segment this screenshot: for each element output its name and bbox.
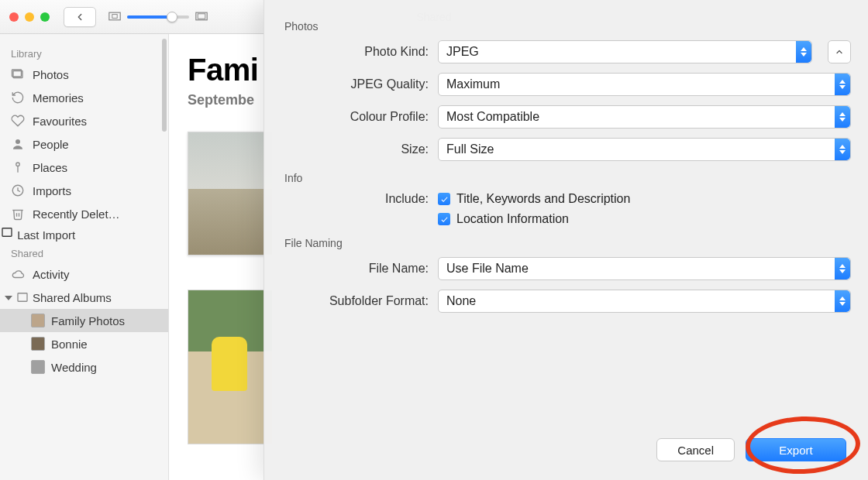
sidebar-item-label: Last Import [17, 228, 75, 242]
sidebar-item-label: Activity [33, 268, 70, 281]
sidebar-item-label: Family Photos [51, 314, 125, 327]
checkbox-title-keywords[interactable]: Title, Keywords and Description [438, 192, 630, 206]
clock-history-icon [11, 91, 25, 105]
trash-icon [11, 207, 25, 221]
group-title-photos: Photos [284, 20, 851, 33]
checkbox-location[interactable]: Location Information [438, 212, 630, 226]
cloud-icon [11, 267, 25, 281]
checkbox-label: Location Information [456, 212, 569, 226]
svg-point-6 [16, 139, 20, 144]
album-thumbnail-icon [31, 314, 45, 327]
sidebar-item-label: Memories [33, 91, 84, 105]
select-value: Maximum [446, 77, 500, 91]
svg-rect-3 [198, 13, 205, 18]
person-icon [11, 137, 25, 151]
fullscreen-window-icon[interactable] [40, 12, 50, 22]
select-value: Most Compatible [446, 110, 539, 124]
photos-stack-icon [11, 67, 25, 81]
sidebar-item-label: Shared Albums [33, 291, 112, 304]
sidebar-item-label: Wedding [51, 361, 97, 374]
sidebar-item-wedding[interactable]: Wedding [0, 355, 168, 379]
sidebar-item-memories[interactable]: Memories [0, 86, 168, 109]
stepper-arrows-icon[interactable] [835, 258, 850, 279]
sidebar-item-label: Favourites [33, 115, 87, 128]
album-thumbnail-icon [31, 337, 45, 351]
sidebar-item-places[interactable]: Places [0, 156, 168, 179]
label-include: Include: [281, 192, 429, 206]
photo-thumbnail[interactable] [188, 290, 273, 444]
checkbox-checked-icon [438, 193, 450, 205]
back-button[interactable] [64, 7, 96, 27]
sidebar-item-bonnie[interactable]: Bonnie [0, 332, 168, 355]
checkbox-label: Title, Keywords and Description [456, 192, 630, 206]
svg-rect-11 [18, 293, 27, 302]
album-rect-icon [16, 290, 29, 304]
export-sheet: Photos Photo Kind: JPEG JPEG Quality: Ma… [264, 0, 868, 480]
sidebar-item-last-import[interactable]: Last Import [0, 225, 168, 242]
sidebar-item-photos[interactable]: Photos [0, 63, 168, 86]
select-value: None [446, 294, 476, 308]
svg-rect-1 [112, 14, 117, 18]
group-title-file-naming: File Naming [284, 237, 851, 249]
svg-point-7 [16, 163, 20, 166]
sidebar-section-shared: Shared [0, 242, 168, 262]
sidebar-item-imports[interactable]: Imports [0, 179, 168, 202]
collapse-section-button[interactable] [828, 40, 851, 63]
select-value: Use File Name [446, 262, 529, 276]
sidebar-item-people[interactable]: People [0, 132, 168, 156]
heart-icon [11, 114, 25, 128]
label-colour-profile: Colour Profile: [281, 110, 429, 124]
zoom-slider[interactable] [127, 15, 189, 19]
label-jpeg-quality: JPEG Quality: [281, 77, 429, 91]
sidebar-item-label: People [33, 138, 69, 151]
clock-icon [11, 183, 25, 197]
select-value: JPEG [446, 45, 479, 59]
sidebar-item-activity[interactable]: Activity [0, 262, 168, 286]
label-subfolder-format: Subfolder Format: [281, 294, 429, 308]
stepper-arrows-icon[interactable] [835, 106, 850, 128]
sidebar: Library Photos Memories Favourites Peopl… [0, 34, 169, 480]
minimize-window-icon[interactable] [25, 12, 34, 22]
thumbnail-zoom-control [108, 10, 208, 24]
window-controls [9, 12, 50, 22]
select-jpeg-quality[interactable]: Maximum [438, 73, 851, 96]
label-size: Size: [281, 142, 429, 156]
checkbox-checked-icon [438, 213, 450, 225]
photos-app-window: Shared Library Photos Memories Favourite… [0, 0, 868, 480]
slider-knob[interactable] [167, 12, 177, 22]
sidebar-item-label: Bonnie [51, 338, 88, 351]
photo-thumbnail[interactable] [188, 132, 273, 255]
scrollbar[interactable] [162, 39, 167, 132]
export-button[interactable]: Export [746, 438, 846, 461]
sheet-footer: Cancel Export [281, 423, 851, 472]
select-subfolder-format[interactable]: None [438, 290, 851, 313]
label-photo-kind: Photo Kind: [281, 45, 429, 59]
stepper-arrows-icon[interactable] [835, 74, 850, 95]
svg-rect-10 [2, 228, 12, 237]
chevron-left-icon [74, 12, 85, 22]
close-window-icon[interactable] [9, 12, 19, 22]
sidebar-section-library: Library [0, 42, 168, 63]
stepper-arrows-icon[interactable] [796, 41, 811, 63]
svg-rect-0 [109, 12, 120, 20]
zoom-small-icon [108, 10, 121, 24]
select-value: Full Size [446, 142, 494, 156]
disclosure-triangle-icon[interactable] [5, 296, 12, 300]
stepper-arrows-icon[interactable] [835, 290, 850, 312]
sidebar-item-label: Recently Delet… [33, 207, 120, 221]
select-file-name[interactable]: Use File Name [438, 257, 851, 280]
select-photo-kind[interactable]: JPEG [438, 40, 812, 63]
sidebar-item-label: Photos [33, 68, 69, 81]
import-rect-icon [0, 228, 14, 242]
sidebar-item-shared-albums[interactable]: Shared Albums [0, 286, 168, 309]
select-colour-profile[interactable]: Most Compatible [438, 105, 851, 129]
stepper-arrows-icon[interactable] [835, 139, 850, 160]
cancel-button[interactable]: Cancel [656, 438, 735, 461]
sidebar-item-label: Places [33, 161, 67, 174]
sidebar-item-recently-deleted[interactable]: Recently Delet… [0, 202, 168, 225]
sidebar-item-favourites[interactable]: Favourites [0, 109, 168, 132]
sidebar-item-family-photos[interactable]: Family Photos [0, 309, 168, 332]
sidebar-item-label: Imports [33, 184, 71, 197]
pin-icon [11, 160, 25, 174]
select-size[interactable]: Full Size [438, 138, 851, 161]
